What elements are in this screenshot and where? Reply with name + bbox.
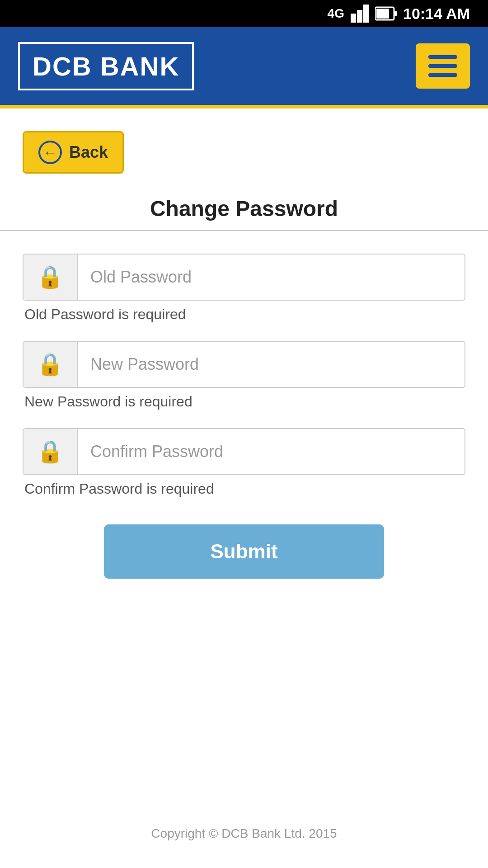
app-header: DCB BANK (0, 27, 488, 108)
old-password-wrapper: 🔒 (23, 254, 465, 301)
logo: DCB BANK (18, 42, 194, 90)
new-password-wrapper: 🔒 (23, 341, 465, 388)
back-section: ← Back (0, 108, 488, 183)
old-password-icon-box: 🔒 (23, 255, 78, 300)
submit-button[interactable]: Submit (104, 524, 384, 579)
time-display: 10:14 AM (403, 5, 470, 23)
svg-marker-0 (351, 14, 356, 23)
confirm-password-validation: Confirm Password is required (23, 481, 465, 497)
back-label: Back (69, 143, 108, 162)
new-password-validation: New Password is required (23, 393, 465, 410)
svg-rect-4 (394, 11, 397, 16)
form-container: 🔒 Old Password is required 🔒 New Passwor… (0, 254, 488, 497)
status-bar: 4G 10:14 AM (0, 0, 488, 27)
lock-icon-new: 🔒 (37, 352, 64, 377)
submit-section: Submit (0, 515, 488, 579)
back-arrow-icon: ← (38, 141, 62, 164)
old-password-input[interactable] (78, 255, 465, 300)
new-password-input[interactable] (78, 342, 465, 387)
old-password-validation: Old Password is required (23, 306, 465, 323)
status-icons: 4G 10:14 AM (328, 5, 470, 23)
lock-icon: 🔒 (37, 264, 64, 290)
confirm-password-input[interactable] (78, 429, 465, 474)
old-password-group: 🔒 Old Password is required (23, 254, 465, 323)
confirm-password-wrapper: 🔒 (23, 428, 465, 475)
confirm-password-icon-box: 🔒 (23, 429, 78, 474)
menu-line-2 (428, 64, 457, 68)
battery-icon (375, 5, 397, 23)
svg-marker-2 (363, 5, 369, 23)
confirm-password-group: 🔒 Confirm Password is required (23, 428, 465, 497)
signal-icon (351, 5, 369, 23)
svg-marker-1 (357, 10, 362, 23)
menu-line-1 (428, 55, 457, 59)
title-divider (0, 230, 488, 231)
copyright-text: Copyright © DCB Bank Ltd. 2015 (151, 826, 337, 840)
lock-icon-confirm: 🔒 (37, 439, 64, 464)
footer: Copyright © DCB Bank Ltd. 2015 (0, 826, 488, 841)
svg-rect-5 (376, 9, 389, 19)
network-indicator: 4G (328, 6, 344, 21)
page-title: Change Password (0, 183, 488, 230)
new-password-group: 🔒 New Password is required (23, 341, 465, 410)
new-password-icon-box: 🔒 (23, 342, 78, 387)
back-button[interactable]: ← Back (23, 131, 124, 174)
menu-line-3 (428, 73, 457, 77)
logo-text: DCB BANK (33, 52, 179, 81)
menu-button[interactable] (416, 43, 470, 89)
